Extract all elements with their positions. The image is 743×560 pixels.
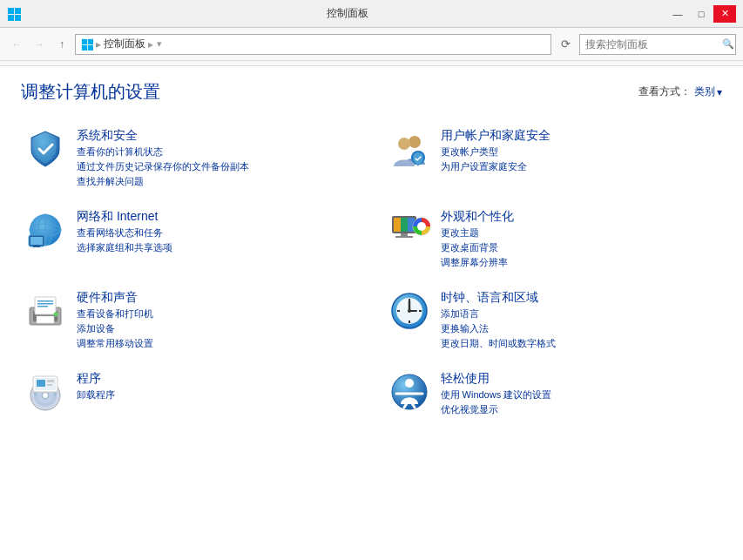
category-hardware: 硬件和声音 查看设备和打印机 添加设备 调整常用移动设置 bbox=[21, 283, 359, 357]
category-clock: 时钟、语言和区域 添加语言 更换输入法 更改日期、时间或数字格式 bbox=[385, 283, 723, 357]
svg-rect-53 bbox=[37, 380, 45, 387]
programs-link-0[interactable]: 卸载程序 bbox=[77, 388, 115, 401]
ease-of-access-link-1[interactable]: 优化视觉显示 bbox=[441, 403, 552, 416]
clock-content: 时钟、语言和区域 添加语言 更换输入法 更改日期、时间或数字格式 bbox=[441, 290, 556, 350]
category-user-accounts: 用户帐户和家庭安全 更改帐户类型 为用户设置家庭安全 bbox=[385, 121, 723, 195]
svg-rect-34 bbox=[37, 316, 54, 323]
system-security-link-1[interactable]: 通过文件历史记录保存你的文件备份副本 bbox=[77, 160, 249, 173]
svg-rect-17 bbox=[30, 237, 43, 245]
svg-rect-5 bbox=[88, 38, 93, 44]
page-header: 调整计算机的设置 查看方式： 类别 ▾ bbox=[21, 80, 722, 104]
network-icon bbox=[24, 209, 66, 251]
appearance-content: 外观和个性化 更改主题 更改桌面背景 调整屏幕分辨率 bbox=[441, 209, 514, 269]
back-button[interactable]: ← bbox=[7, 35, 26, 54]
clock-title[interactable]: 时钟、语言和区域 bbox=[441, 290, 556, 306]
svg-rect-24 bbox=[401, 233, 408, 236]
hardware-link-2[interactable]: 调整常用移动设置 bbox=[77, 337, 153, 350]
network-link-1[interactable]: 选择家庭组和共享选项 bbox=[77, 241, 172, 254]
programs-content: 程序 卸载程序 bbox=[77, 371, 115, 401]
svg-point-50 bbox=[44, 394, 47, 397]
titlebar: 控制面板 — □ ✕ bbox=[0, 0, 743, 28]
app-icon bbox=[7, 7, 21, 21]
network-title[interactable]: 网络和 Internet bbox=[77, 209, 172, 225]
svg-rect-32 bbox=[37, 303, 53, 305]
hardware-link-1[interactable]: 添加设备 bbox=[77, 322, 153, 335]
system-security-title[interactable]: 系统和安全 bbox=[77, 128, 249, 144]
window-controls: — □ ✕ bbox=[666, 5, 736, 23]
ease-of-access-title[interactable]: 轻松使用 bbox=[441, 371, 552, 387]
window-title: 控制面板 bbox=[28, 6, 666, 21]
category-appearance: 外观和个性化 更改主题 更改桌面背景 调整屏幕分辨率 bbox=[385, 202, 723, 276]
user-accounts-link-1[interactable]: 为用户设置家庭安全 bbox=[441, 160, 550, 173]
maximize-button[interactable]: □ bbox=[690, 5, 713, 23]
system-security-content: 系统和安全 查看你的计算机状态 通过文件历史记录保存你的文件备份副本 查找并解决… bbox=[77, 128, 249, 188]
page-title: 调整计算机的设置 bbox=[21, 80, 160, 104]
svg-rect-1 bbox=[15, 8, 21, 14]
appearance-link-1[interactable]: 更改桌面背景 bbox=[441, 241, 514, 254]
svg-rect-3 bbox=[15, 15, 21, 21]
svg-rect-2 bbox=[8, 15, 14, 21]
svg-rect-4 bbox=[82, 38, 87, 44]
refresh-button[interactable]: ⟳ bbox=[555, 34, 576, 55]
svg-rect-22 bbox=[401, 218, 408, 232]
network-content: 网络和 Internet 查看网络状态和任务 选择家庭组和共享选项 bbox=[77, 209, 172, 254]
appearance-title[interactable]: 外观和个性化 bbox=[441, 209, 514, 225]
hardware-link-0[interactable]: 查看设备和打印机 bbox=[77, 307, 153, 320]
appearance-icon bbox=[388, 209, 430, 251]
programs-icon bbox=[24, 371, 66, 413]
svg-rect-0 bbox=[8, 8, 14, 14]
svg-rect-6 bbox=[82, 44, 87, 50]
view-arrow-icon: ▾ bbox=[717, 86, 722, 98]
programs-title[interactable]: 程序 bbox=[77, 371, 115, 387]
svg-rect-55 bbox=[47, 384, 52, 386]
hardware-icon bbox=[24, 290, 66, 332]
categories-grid: 系统和安全 查看你的计算机状态 通过文件历史记录保存你的文件备份副本 查找并解决… bbox=[21, 121, 722, 423]
up-button[interactable]: ↑ bbox=[52, 35, 71, 54]
svg-rect-7 bbox=[88, 44, 93, 50]
category-ease-of-access: 轻松使用 使用 Windows 建议的设置 优化视觉显示 bbox=[385, 364, 723, 423]
svg-point-8 bbox=[409, 136, 421, 148]
svg-rect-21 bbox=[394, 218, 401, 232]
ease-of-access-content: 轻松使用 使用 Windows 建议的设置 优化视觉显示 bbox=[441, 371, 552, 416]
svg-rect-25 bbox=[395, 236, 413, 238]
main-content: 调整计算机的设置 查看方式： 类别 ▾ bbox=[0, 66, 743, 559]
category-network: 网络和 Internet 查看网络状态和任务 选择家庭组和共享选项 bbox=[21, 202, 359, 276]
clock-link-2[interactable]: 更改日期、时间或数字格式 bbox=[441, 337, 556, 350]
system-security-link-0[interactable]: 查看你的计算机状态 bbox=[77, 145, 249, 159]
search-input[interactable] bbox=[580, 38, 721, 51]
svg-point-45 bbox=[408, 309, 411, 313]
minimize-button[interactable]: — bbox=[666, 5, 689, 23]
clock-link-1[interactable]: 更换输入法 bbox=[441, 322, 556, 335]
category-programs: 程序 卸载程序 bbox=[21, 364, 359, 423]
network-link-0[interactable]: 查看网络状态和任务 bbox=[77, 226, 172, 240]
hardware-content: 硬件和声音 查看设备和打印机 添加设备 调整常用移动设置 bbox=[77, 290, 153, 350]
forward-button[interactable]: → bbox=[30, 35, 49, 54]
user-accounts-content: 用户帐户和家庭安全 更改帐户类型 为用户设置家庭安全 bbox=[441, 128, 550, 173]
hardware-title[interactable]: 硬件和声音 bbox=[77, 290, 153, 306]
svg-point-9 bbox=[398, 138, 410, 150]
address-dropdown[interactable]: ▾ bbox=[157, 38, 162, 50]
clock-link-0[interactable]: 添加语言 bbox=[441, 307, 556, 320]
breadcrumb: ▸ 控制面板 ▸ bbox=[81, 37, 153, 51]
user-accounts-title[interactable]: 用户帐户和家庭安全 bbox=[441, 128, 550, 144]
svg-point-57 bbox=[405, 379, 414, 388]
ease-of-access-link-0[interactable]: 使用 Windows 建议的设置 bbox=[441, 388, 552, 401]
view-selector: 查看方式： 类别 ▾ bbox=[638, 84, 722, 99]
svg-point-35 bbox=[54, 313, 58, 317]
appearance-link-2[interactable]: 调整屏幕分辨率 bbox=[441, 256, 514, 269]
svg-rect-33 bbox=[37, 306, 48, 307]
appearance-link-0[interactable]: 更改主题 bbox=[441, 226, 514, 240]
close-button[interactable]: ✕ bbox=[713, 5, 736, 23]
search-icon[interactable]: 🔍 bbox=[721, 35, 735, 54]
view-dropdown[interactable]: 类别 ▾ bbox=[694, 84, 722, 99]
search-box: 🔍 bbox=[579, 34, 736, 55]
user-accounts-link-0[interactable]: 更改帐户类型 bbox=[441, 145, 550, 159]
address-box[interactable]: ▸ 控制面板 ▸ ▾ bbox=[75, 34, 551, 55]
clock-icon bbox=[388, 290, 430, 332]
category-system-security: 系统和安全 查看你的计算机状态 通过文件历史记录保存你的文件备份副本 查找并解决… bbox=[21, 121, 359, 195]
svg-point-27 bbox=[417, 222, 426, 231]
svg-rect-31 bbox=[37, 300, 53, 302]
address-bar: ← → ↑ ▸ 控制面板 ▸ ▾ ⟳ 🔍 bbox=[0, 28, 743, 61]
ease-of-access-icon bbox=[388, 371, 430, 413]
system-security-link-2[interactable]: 查找并解决问题 bbox=[77, 175, 249, 188]
